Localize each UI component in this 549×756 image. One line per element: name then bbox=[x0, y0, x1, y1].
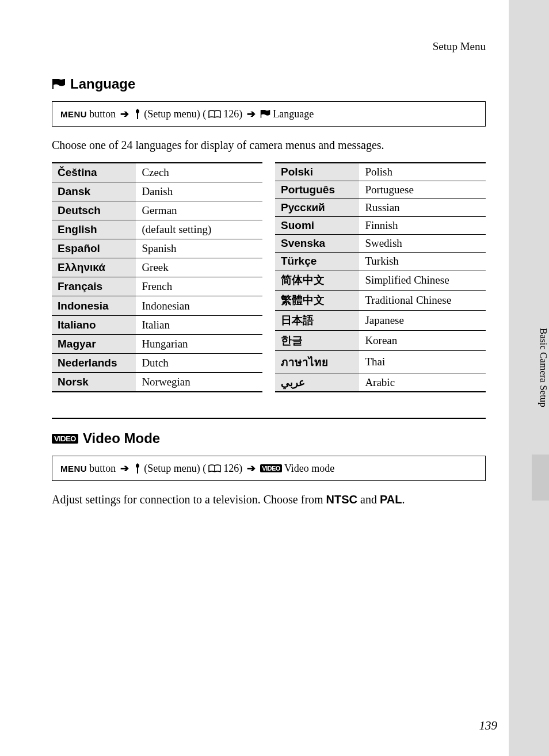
language-native: Русский bbox=[275, 199, 359, 217]
language-native: Français bbox=[52, 277, 136, 296]
language-native: 简体中文 bbox=[275, 270, 359, 291]
flag-icon bbox=[52, 79, 66, 89]
language-english: Danish bbox=[136, 182, 262, 201]
table-row: PortuguêsPortuguese bbox=[275, 181, 486, 199]
language-english: Turkish bbox=[359, 253, 486, 270]
ntsc-option: NTSC bbox=[326, 493, 357, 506]
text: and bbox=[357, 493, 380, 506]
language-native: Suomi bbox=[275, 217, 359, 235]
language-native: English bbox=[52, 220, 136, 239]
language-native: Indonesia bbox=[52, 296, 136, 315]
page-number: 139 bbox=[479, 719, 498, 733]
language-native: 繁體中文 bbox=[275, 291, 359, 311]
pal-option: PAL bbox=[380, 493, 402, 506]
language-native: Norsk bbox=[52, 372, 136, 392]
language-breadcrumb: MENU button ➔ (Setup menu) ( 126) ➔ Lang… bbox=[52, 101, 486, 127]
video-mode-breadcrumb: MENU button ➔ (Setup menu) ( 126) ➔ VIDE… bbox=[52, 456, 486, 481]
table-row: ČeštinaCzech bbox=[52, 163, 262, 182]
book-icon bbox=[208, 464, 221, 472]
table-row: SvenskaSwedish bbox=[275, 235, 486, 253]
language-english: Greek bbox=[136, 258, 262, 277]
language-english: French bbox=[136, 277, 262, 296]
book-icon bbox=[208, 110, 221, 118]
arrow-icon: ➔ bbox=[120, 108, 129, 120]
language-native: Nederlands bbox=[52, 353, 136, 372]
table-row: TürkçeTurkish bbox=[275, 253, 486, 270]
manual-page: Setup Menu Language MENU button ➔ (Setup… bbox=[0, 0, 509, 756]
table-row: ภาษาไทยThai bbox=[275, 351, 486, 373]
menu-button-label: MENU bbox=[60, 464, 87, 474]
breadcrumb-text: Language bbox=[273, 108, 314, 120]
video-mode-heading-text: Video Mode bbox=[83, 430, 160, 446]
table-row: 日本語Japanese bbox=[275, 311, 486, 331]
language-english: Traditional Chinese bbox=[359, 291, 486, 311]
language-native: Türkçe bbox=[275, 253, 359, 270]
flag-icon bbox=[260, 110, 270, 118]
table-row: 繁體中文Traditional Chinese bbox=[275, 291, 486, 311]
language-english: Korean bbox=[359, 331, 486, 351]
language-heading: Language bbox=[52, 76, 486, 92]
breadcrumb-text: 126) bbox=[223, 463, 242, 475]
language-native: Português bbox=[275, 181, 359, 199]
breadcrumb-text: (Setup menu) ( bbox=[144, 108, 206, 120]
language-english: Norwegian bbox=[136, 372, 262, 392]
language-native: عربي bbox=[275, 373, 359, 392]
table-row: ΕλληνικάGreek bbox=[52, 258, 262, 277]
language-native: ภาษาไทย bbox=[275, 351, 359, 373]
table-row: EspañolSpanish bbox=[52, 239, 262, 258]
language-description: Choose one of 24 languages for display o… bbox=[52, 137, 486, 153]
video-badge-icon: VIDEO bbox=[52, 434, 78, 444]
section-divider bbox=[52, 418, 486, 419]
language-table-left: ČeštinaCzechDanskDanishDeutschGermanEngl… bbox=[52, 162, 262, 392]
table-row: عربيArabic bbox=[275, 373, 486, 392]
side-tab-thumb bbox=[532, 455, 549, 501]
language-english: Finnish bbox=[359, 217, 486, 235]
language-english: German bbox=[136, 201, 262, 220]
language-english: (default setting) bbox=[136, 220, 262, 239]
language-native: Magyar bbox=[52, 334, 136, 353]
breadcrumb-text: Video mode bbox=[284, 463, 334, 475]
wrench-icon bbox=[134, 463, 142, 474]
menu-button-label: MENU bbox=[60, 109, 87, 119]
language-native: 日本語 bbox=[275, 311, 359, 331]
text: Adjust settings for connection to a tele… bbox=[52, 493, 326, 506]
table-row: NederlandsDutch bbox=[52, 353, 262, 372]
language-english: Dutch bbox=[136, 353, 262, 372]
language-native: Italiano bbox=[52, 315, 136, 334]
language-english: Japanese bbox=[359, 311, 486, 331]
table-row: ItalianoItalian bbox=[52, 315, 262, 334]
table-row: IndonesiaIndonesian bbox=[52, 296, 262, 315]
breadcrumb-text: button bbox=[89, 108, 116, 120]
video-badge-icon: VIDEO bbox=[260, 464, 282, 472]
video-mode-description: Adjust settings for connection to a tele… bbox=[52, 491, 486, 507]
language-heading-text: Language bbox=[70, 76, 135, 92]
language-native: Dansk bbox=[52, 182, 136, 201]
video-mode-heading: VIDEO Video Mode bbox=[52, 430, 486, 446]
arrow-icon: ➔ bbox=[247, 108, 256, 120]
language-native: Ελληνικά bbox=[52, 258, 136, 277]
language-english: Hungarian bbox=[136, 334, 262, 353]
table-row: English(default setting) bbox=[52, 220, 262, 239]
side-tab: Basic Camera Setup bbox=[509, 322, 549, 501]
table-row: 简体中文Simplified Chinese bbox=[275, 270, 486, 291]
language-english: Polish bbox=[359, 163, 486, 181]
language-table-right: PolskiPolishPortuguêsPortugueseРусскийRu… bbox=[275, 162, 486, 392]
table-row: РусскийRussian bbox=[275, 199, 486, 217]
table-row: PolskiPolish bbox=[275, 163, 486, 181]
breadcrumb-text: (Setup menu) ( bbox=[144, 463, 206, 475]
language-english: Russian bbox=[359, 199, 486, 217]
language-english: Spanish bbox=[136, 239, 262, 258]
language-native: Deutsch bbox=[52, 201, 136, 220]
language-english: Swedish bbox=[359, 235, 486, 253]
text: . bbox=[402, 493, 405, 506]
language-english: Simplified Chinese bbox=[359, 270, 486, 291]
language-tables: ČeštinaCzechDanskDanishDeutschGermanEngl… bbox=[52, 162, 486, 392]
table-row: SuomiFinnish bbox=[275, 217, 486, 235]
language-native: Čeština bbox=[52, 163, 136, 182]
breadcrumb-text: 126) bbox=[223, 108, 242, 120]
language-english: Arabic bbox=[359, 373, 486, 392]
table-row: DanskDanish bbox=[52, 182, 262, 201]
wrench-icon bbox=[134, 109, 142, 119]
language-english: Czech bbox=[136, 163, 262, 182]
table-row: NorskNorwegian bbox=[52, 372, 262, 392]
